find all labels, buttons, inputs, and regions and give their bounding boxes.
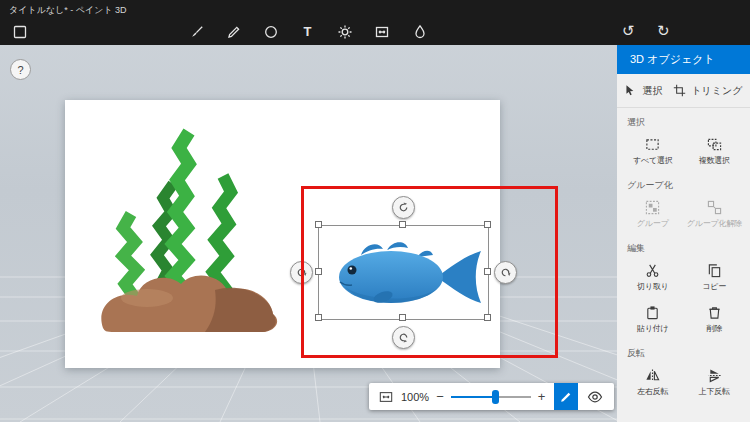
tab-label: 選択 [642, 84, 662, 98]
resize-handle-sw[interactable] [315, 314, 322, 321]
window-title: タイトルなし* - ペイント 3D [9, 4, 127, 17]
expand-menu-icon[interactable] [11, 23, 28, 40]
section-title-edit: 編集 [627, 242, 750, 255]
resize-handle-se[interactable] [484, 314, 491, 321]
button-label: すべて選択 [633, 155, 673, 166]
cut-icon [645, 263, 660, 278]
multi-select-button[interactable]: 複数選択 [685, 131, 745, 171]
zoom-slider[interactable] [451, 389, 531, 405]
paste-button[interactable]: 貼り付け [623, 299, 683, 339]
button-label: 上下反転 [699, 386, 730, 397]
resize-handle-nw[interactable] [315, 221, 322, 228]
zoom-in-button[interactable]: + [538, 391, 546, 403]
delete-button[interactable]: 削除 [685, 299, 745, 339]
view-mode-button[interactable] [585, 387, 605, 407]
rotate-z-handle-bottom[interactable] [392, 326, 415, 349]
rotate-icon [397, 201, 410, 214]
multi-select-icon [707, 137, 722, 152]
flip-vertical-icon [707, 368, 722, 383]
undo-icon[interactable]: ↺ [622, 21, 635, 41]
side-panel: 3D オブジェクト 選択 トリミング 選択 すべて選択 複数選択 グループ化 [617, 45, 750, 422]
button-label: 切り取り [637, 281, 669, 292]
select-all-icon [645, 137, 660, 152]
flip-vertical-button[interactable]: 上下反転 [685, 362, 745, 402]
zoom-bar: 100% − + [369, 383, 614, 410]
crop-icon [673, 84, 686, 97]
rotate-z-handle[interactable] [392, 196, 415, 219]
button-label: グループ化解除 [687, 218, 742, 229]
resize-handle-s[interactable] [399, 314, 406, 321]
selection-box[interactable] [318, 225, 489, 320]
canvas-icon[interactable] [373, 23, 390, 40]
button-label: 左右反転 [637, 386, 668, 397]
titlebar: タイトルなし* - ペイント 3D T ↺ ↻ [0, 0, 750, 45]
button-label: グループ [637, 218, 669, 229]
resize-handle-e[interactable] [484, 268, 491, 275]
rotate-icon [397, 331, 410, 344]
group-icon [645, 200, 660, 215]
library-icon[interactable] [411, 23, 428, 40]
rotate-y-handle[interactable] [494, 261, 517, 284]
panel-title: 3D オブジェクト [617, 45, 750, 74]
section-title-flip: 反転 [627, 347, 750, 360]
slider-fill [451, 396, 495, 398]
cursor-icon [624, 84, 637, 97]
rotate-icon [295, 266, 308, 279]
zoom-value: 100% [401, 391, 429, 403]
button-label: コピー [702, 281, 726, 292]
resize-handle-ne[interactable] [484, 221, 491, 228]
group-button: グループ [623, 194, 683, 234]
rotate-icon [499, 266, 512, 279]
fit-view-icon[interactable] [377, 389, 394, 404]
ungroup-button: グループ化解除 [685, 194, 745, 234]
tab-crop[interactable]: トリミング [673, 84, 742, 98]
effects-icon[interactable] [336, 23, 353, 40]
copy-icon [707, 263, 722, 278]
resize-handle-n[interactable] [399, 221, 406, 228]
copy-button[interactable]: コピー [685, 257, 745, 297]
pencil-icon[interactable] [225, 23, 242, 40]
help-button[interactable]: ? [10, 59, 31, 80]
select-all-button[interactable]: すべて選択 [623, 131, 683, 171]
resize-handle-w[interactable] [315, 268, 322, 275]
rotate-x-handle[interactable] [290, 261, 313, 284]
pen-icon [559, 390, 573, 404]
flip-horizontal-button[interactable]: 左右反転 [623, 362, 683, 402]
button-label: 複数選択 [699, 155, 730, 166]
button-label: 削除 [706, 323, 722, 334]
eye-icon [587, 389, 603, 405]
section-title-select: 選択 [627, 116, 750, 129]
cut-button[interactable]: 切り取り [623, 257, 683, 297]
panel-tabs: 選択 トリミング [617, 74, 750, 108]
paste-icon [645, 305, 660, 320]
shapes-icon[interactable] [262, 23, 279, 40]
button-label: 貼り付け [637, 323, 669, 334]
history-icon[interactable]: ↻ [657, 21, 670, 41]
tab-select[interactable]: 選択 [624, 84, 662, 98]
flip-horizontal-icon [645, 368, 660, 383]
ungroup-icon [707, 200, 722, 215]
text-icon[interactable]: T [299, 23, 316, 40]
pen-mode-button[interactable] [554, 383, 578, 410]
brush-icon[interactable] [188, 23, 205, 40]
slider-thumb[interactable] [492, 390, 499, 404]
paint3d-window: タイトルなし* - ペイント 3D T ↺ ↻ [0, 0, 750, 422]
tab-label: トリミング [691, 84, 742, 98]
delete-icon [707, 305, 722, 320]
section-title-group: グループ化 [627, 179, 750, 192]
zoom-out-button[interactable]: − [436, 391, 444, 403]
